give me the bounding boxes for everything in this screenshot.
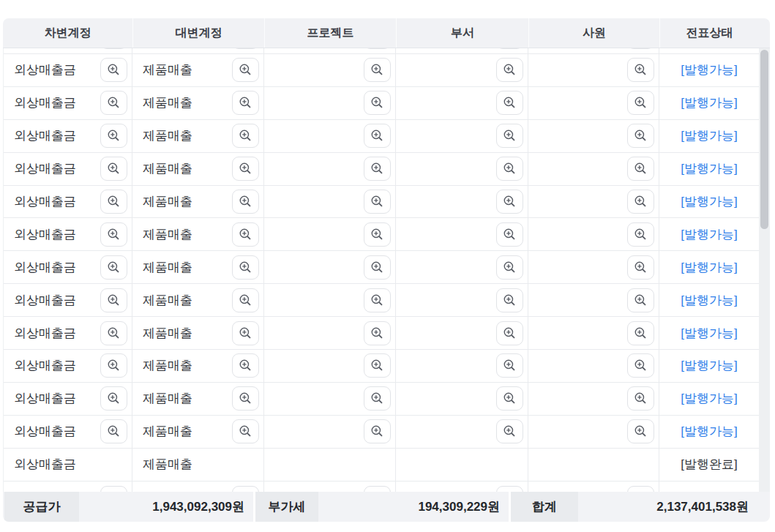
project-lookup-button[interactable] (364, 419, 391, 443)
employee-lookup-button[interactable] (627, 222, 654, 247)
debit-account-lookup-button[interactable] (100, 222, 127, 247)
credit-account-lookup-button[interactable] (232, 288, 259, 312)
department-lookup-button[interactable] (496, 58, 523, 82)
employee-lookup-button[interactable] (627, 321, 654, 345)
debit-account-lookup-button[interactable] (100, 48, 127, 49)
debit-account-lookup-button[interactable] (100, 386, 127, 411)
department-lookup-button[interactable] (496, 91, 523, 115)
credit-account-lookup-button[interactable] (232, 124, 259, 148)
credit-account-lookup-button[interactable] (232, 419, 259, 443)
credit-account-lookup-button[interactable] (232, 321, 259, 345)
voucher-status-link[interactable]: [발행가능] (681, 226, 737, 243)
employee-lookup-button[interactable] (627, 486, 654, 492)
voucher-status-link[interactable]: [발행가능] (681, 193, 737, 210)
voucher-status-link[interactable]: [발행가능] (681, 127, 737, 144)
project-lookup-button[interactable] (364, 58, 391, 82)
cell-project (264, 54, 396, 86)
employee-lookup-button[interactable] (627, 386, 654, 411)
cell-project (264, 120, 396, 152)
debit-account-text: 외상매출금 (14, 61, 76, 78)
project-lookup-button[interactable] (364, 386, 391, 411)
voucher-status-link[interactable]: [발행가능] (681, 61, 737, 78)
credit-account-lookup-button[interactable] (232, 58, 259, 82)
debit-account-lookup-button[interactable] (100, 124, 127, 148)
debit-account-lookup-button[interactable] (100, 486, 127, 492)
voucher-status-link[interactable]: [발행가능] (681, 390, 737, 407)
debit-account-lookup-button[interactable] (100, 353, 127, 378)
employee-lookup-button[interactable] (627, 58, 654, 82)
project-lookup-button[interactable] (364, 288, 391, 312)
employee-lookup-button[interactable] (627, 48, 654, 49)
project-lookup-button[interactable] (364, 91, 391, 115)
employee-lookup-button[interactable] (627, 288, 654, 312)
project-lookup-button[interactable] (364, 321, 391, 345)
debit-account-lookup-button[interactable] (100, 321, 127, 345)
employee-lookup-button[interactable] (627, 157, 654, 181)
credit-account-lookup-button[interactable] (232, 91, 259, 115)
voucher-status-link[interactable]: [발행가능] (681, 357, 737, 374)
debit-account-lookup-button[interactable] (100, 288, 127, 312)
department-lookup-button[interactable] (496, 288, 523, 312)
cell-debit-account: 외상매출금 (4, 416, 132, 448)
project-lookup-button[interactable] (364, 157, 391, 181)
department-lookup-button[interactable] (496, 190, 523, 214)
credit-account-lookup-button[interactable] (232, 190, 259, 214)
table-row (4, 48, 759, 54)
department-lookup-button[interactable] (496, 321, 523, 345)
employee-lookup-button[interactable] (627, 124, 654, 148)
project-lookup-button[interactable] (364, 190, 391, 214)
voucher-status-link[interactable]: [발행가능] (681, 160, 737, 177)
voucher-status-link[interactable]: [발행가능] (681, 292, 737, 309)
debit-account-lookup-button[interactable] (100, 255, 127, 280)
employee-lookup-button[interactable] (627, 190, 654, 214)
voucher-status-link[interactable]: [발행가능] (681, 325, 737, 342)
credit-account-lookup-button[interactable] (232, 386, 259, 411)
department-lookup-button[interactable] (496, 157, 523, 181)
debit-account-lookup-button[interactable] (100, 157, 127, 181)
table-row: 외상매출금 제품매출 (4, 251, 759, 284)
credit-account-lookup-button[interactable] (232, 486, 259, 492)
department-lookup-button[interactable] (496, 419, 523, 443)
employee-lookup-button[interactable] (627, 255, 654, 280)
voucher-table-card: 차변계정 대변계정 프로젝트 부서 사원 전표상태 (3, 18, 770, 522)
magnifier-plus-icon (503, 293, 517, 307)
credit-account-lookup-button[interactable] (232, 48, 259, 49)
debit-account-lookup-button[interactable] (100, 419, 127, 443)
debit-account-lookup-button[interactable] (100, 58, 127, 82)
department-lookup-button[interactable] (496, 48, 523, 49)
project-lookup-button[interactable] (364, 255, 391, 280)
cell-voucher-status (659, 48, 759, 53)
department-lookup-button[interactable] (496, 486, 523, 492)
employee-lookup-button[interactable] (627, 353, 654, 378)
employee-lookup-button[interactable] (627, 91, 654, 115)
cell-credit-account: 제품매출 (132, 383, 264, 415)
department-lookup-button[interactable] (496, 353, 523, 378)
debit-account-lookup-button[interactable] (100, 190, 127, 214)
credit-account-lookup-button[interactable] (232, 255, 259, 280)
cell-voucher-status: [발행가능] (659, 218, 759, 250)
vertical-scrollbar-track[interactable] (759, 48, 770, 492)
credit-account-lookup-button[interactable] (232, 353, 259, 378)
voucher-status-link[interactable]: [발행가능] (681, 423, 737, 440)
department-lookup-button[interactable] (496, 386, 523, 411)
vertical-scrollbar-thumb[interactable] (760, 50, 768, 229)
cell-debit-account: 외상매출금 (4, 284, 132, 316)
project-lookup-button[interactable] (364, 222, 391, 247)
voucher-status-link[interactable]: [발행가능] (681, 259, 737, 276)
project-lookup-button[interactable] (364, 48, 391, 49)
department-lookup-button[interactable] (496, 222, 523, 247)
debit-account-lookup-button[interactable] (100, 91, 127, 115)
cell-voucher-status: [발행가능] (659, 416, 759, 448)
credit-account-lookup-button[interactable] (232, 157, 259, 181)
project-lookup-button[interactable] (364, 353, 391, 378)
project-lookup-button[interactable] (364, 486, 391, 492)
cell-voucher-status: [발행가능] (659, 317, 759, 349)
department-lookup-button[interactable] (496, 255, 523, 280)
magnifier-plus-icon (634, 129, 648, 143)
credit-account-lookup-button[interactable] (232, 222, 259, 247)
debit-account-text: 외상매출금 (14, 423, 76, 440)
project-lookup-button[interactable] (364, 124, 391, 148)
employee-lookup-button[interactable] (627, 419, 654, 443)
voucher-status-link[interactable]: [발행가능] (681, 94, 737, 111)
department-lookup-button[interactable] (496, 124, 523, 148)
